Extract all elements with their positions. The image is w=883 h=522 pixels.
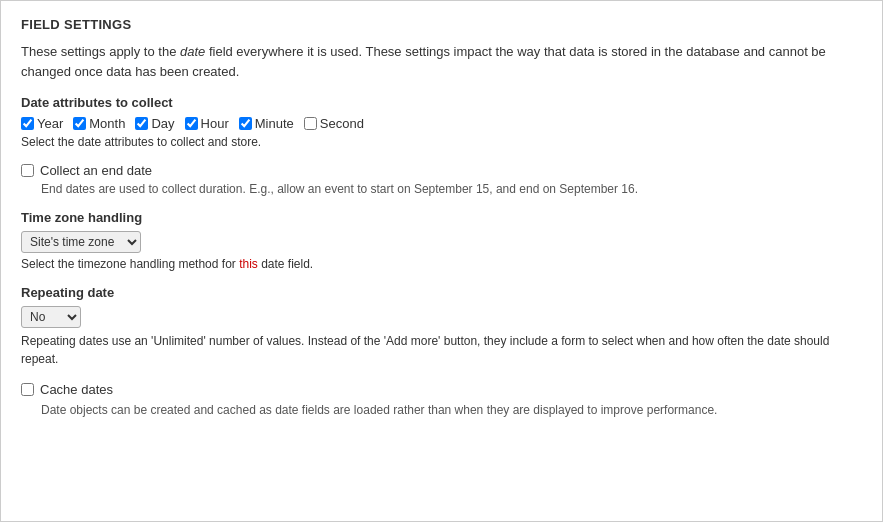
panel-title: FIELD SETTINGS — [21, 17, 862, 32]
checkbox-day[interactable]: Day — [135, 116, 174, 131]
timezone-select[interactable]: Site's time zone User's time zone UTC — [21, 231, 141, 253]
checkbox-minute-input[interactable] — [239, 117, 252, 130]
intro-text: These settings apply to the date field e… — [21, 42, 862, 81]
date-attributes-hint: Select the date attributes to collect an… — [21, 135, 862, 149]
date-attributes-block: Date attributes to collect Year Month Da… — [21, 95, 862, 149]
field-settings-panel: FIELD SETTINGS These settings apply to t… — [0, 0, 883, 522]
repeating-label: Repeating date — [21, 285, 862, 300]
end-date-checkbox[interactable] — [21, 164, 34, 177]
checkbox-year[interactable]: Year — [21, 116, 63, 131]
end-date-row: Collect an end date — [21, 163, 862, 178]
checkbox-year-input[interactable] — [21, 117, 34, 130]
timezone-label: Time zone handling — [21, 210, 862, 225]
intro-part1: These settings apply to the — [21, 44, 180, 59]
end-date-block: Collect an end date End dates are used t… — [21, 163, 862, 196]
cache-checkbox[interactable] — [21, 383, 34, 396]
field-name-italic: date — [180, 44, 205, 59]
checkbox-day-input[interactable] — [135, 117, 148, 130]
repeating-select-row: No Yes — [21, 306, 862, 328]
timezone-block: Time zone handling Site's time zone User… — [21, 210, 862, 271]
cache-description: Date objects can be created and cached a… — [41, 401, 862, 419]
checkbox-month[interactable]: Month — [73, 116, 125, 131]
timezone-hint-link[interactable]: this — [239, 257, 258, 271]
timezone-hint-prefix: Select the timezone handling method for — [21, 257, 239, 271]
cache-block: Cache dates Date objects can be created … — [21, 382, 862, 419]
repeating-block: Repeating date No Yes Repeating dates us… — [21, 285, 862, 368]
timezone-hint: Select the timezone handling method for … — [21, 257, 862, 271]
cache-row: Cache dates — [21, 382, 862, 397]
checkbox-month-input[interactable] — [73, 117, 86, 130]
repeating-description: Repeating dates use an 'Unlimited' numbe… — [21, 332, 862, 368]
date-attributes-label: Date attributes to collect — [21, 95, 862, 110]
timezone-select-row: Site's time zone User's time zone UTC — [21, 231, 862, 253]
checkbox-second-input[interactable] — [304, 117, 317, 130]
checkbox-second[interactable]: Second — [304, 116, 364, 131]
end-date-description: End dates are used to collect duration. … — [41, 182, 862, 196]
timezone-hint-suffix: date field. — [258, 257, 313, 271]
checkbox-hour[interactable]: Hour — [185, 116, 229, 131]
date-attributes-checkboxes: Year Month Day Hour Minute Second — [21, 116, 862, 131]
cache-label[interactable]: Cache dates — [40, 382, 113, 397]
end-date-label[interactable]: Collect an end date — [40, 163, 152, 178]
checkbox-hour-input[interactable] — [185, 117, 198, 130]
checkbox-minute[interactable]: Minute — [239, 116, 294, 131]
repeating-select[interactable]: No Yes — [21, 306, 81, 328]
